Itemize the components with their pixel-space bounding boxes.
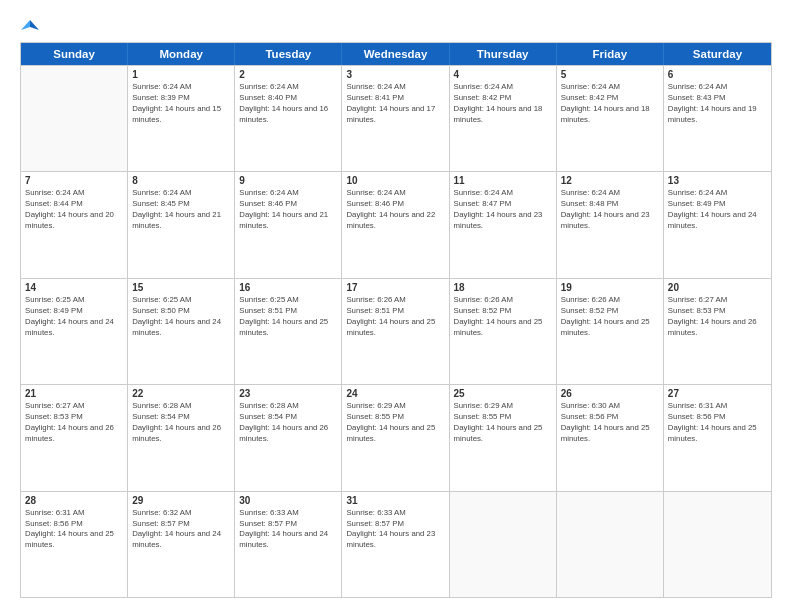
cal-cell: 31Sunrise: 6:33 AM Sunset: 8:57 PM Dayli… [342,492,449,597]
day-number: 12 [561,175,659,186]
cal-cell: 10Sunrise: 6:24 AM Sunset: 8:46 PM Dayli… [342,172,449,277]
day-detail: Sunrise: 6:27 AM Sunset: 8:53 PM Dayligh… [25,401,123,445]
cal-cell [21,66,128,171]
day-detail: Sunrise: 6:28 AM Sunset: 8:54 PM Dayligh… [132,401,230,445]
day-detail: Sunrise: 6:24 AM Sunset: 8:40 PM Dayligh… [239,82,337,126]
day-number: 11 [454,175,552,186]
day-detail: Sunrise: 6:29 AM Sunset: 8:55 PM Dayligh… [454,401,552,445]
day-number: 19 [561,282,659,293]
day-number: 6 [668,69,767,80]
day-detail: Sunrise: 6:25 AM Sunset: 8:51 PM Dayligh… [239,295,337,339]
cal-cell: 1Sunrise: 6:24 AM Sunset: 8:39 PM Daylig… [128,66,235,171]
cal-cell: 25Sunrise: 6:29 AM Sunset: 8:55 PM Dayli… [450,385,557,490]
day-number: 22 [132,388,230,399]
day-detail: Sunrise: 6:33 AM Sunset: 8:57 PM Dayligh… [239,508,337,552]
day-number: 14 [25,282,123,293]
logo-bird-icon [21,18,39,36]
cal-cell: 13Sunrise: 6:24 AM Sunset: 8:49 PM Dayli… [664,172,771,277]
day-detail: Sunrise: 6:25 AM Sunset: 8:49 PM Dayligh… [25,295,123,339]
day-number: 8 [132,175,230,186]
day-detail: Sunrise: 6:24 AM Sunset: 8:49 PM Dayligh… [668,188,767,232]
day-header-sunday: Sunday [21,43,128,65]
day-number: 26 [561,388,659,399]
day-header-saturday: Saturday [664,43,771,65]
week-row-3: 14Sunrise: 6:25 AM Sunset: 8:49 PM Dayli… [21,278,771,384]
cal-cell: 26Sunrise: 6:30 AM Sunset: 8:56 PM Dayli… [557,385,664,490]
cal-cell: 28Sunrise: 6:31 AM Sunset: 8:56 PM Dayli… [21,492,128,597]
cal-cell: 8Sunrise: 6:24 AM Sunset: 8:45 PM Daylig… [128,172,235,277]
cal-cell: 19Sunrise: 6:26 AM Sunset: 8:52 PM Dayli… [557,279,664,384]
day-number: 18 [454,282,552,293]
day-detail: Sunrise: 6:31 AM Sunset: 8:56 PM Dayligh… [25,508,123,552]
cal-cell: 17Sunrise: 6:26 AM Sunset: 8:51 PM Dayli… [342,279,449,384]
day-number: 25 [454,388,552,399]
cal-cell: 29Sunrise: 6:32 AM Sunset: 8:57 PM Dayli… [128,492,235,597]
cal-cell: 11Sunrise: 6:24 AM Sunset: 8:47 PM Dayli… [450,172,557,277]
day-detail: Sunrise: 6:29 AM Sunset: 8:55 PM Dayligh… [346,401,444,445]
day-number: 9 [239,175,337,186]
day-number: 3 [346,69,444,80]
day-detail: Sunrise: 6:32 AM Sunset: 8:57 PM Dayligh… [132,508,230,552]
day-number: 4 [454,69,552,80]
week-row-1: 1Sunrise: 6:24 AM Sunset: 8:39 PM Daylig… [21,65,771,171]
day-detail: Sunrise: 6:26 AM Sunset: 8:52 PM Dayligh… [454,295,552,339]
day-number: 21 [25,388,123,399]
day-detail: Sunrise: 6:24 AM Sunset: 8:46 PM Dayligh… [239,188,337,232]
day-detail: Sunrise: 6:24 AM Sunset: 8:42 PM Dayligh… [561,82,659,126]
day-header-tuesday: Tuesday [235,43,342,65]
day-number: 15 [132,282,230,293]
day-detail: Sunrise: 6:24 AM Sunset: 8:41 PM Dayligh… [346,82,444,126]
day-number: 13 [668,175,767,186]
day-header-thursday: Thursday [450,43,557,65]
cal-cell: 15Sunrise: 6:25 AM Sunset: 8:50 PM Dayli… [128,279,235,384]
day-number: 2 [239,69,337,80]
day-header-wednesday: Wednesday [342,43,449,65]
day-number: 28 [25,495,123,506]
cal-cell: 12Sunrise: 6:24 AM Sunset: 8:48 PM Dayli… [557,172,664,277]
cal-cell: 21Sunrise: 6:27 AM Sunset: 8:53 PM Dayli… [21,385,128,490]
day-detail: Sunrise: 6:24 AM Sunset: 8:42 PM Dayligh… [454,82,552,126]
cal-cell: 6Sunrise: 6:24 AM Sunset: 8:43 PM Daylig… [664,66,771,171]
cal-cell: 5Sunrise: 6:24 AM Sunset: 8:42 PM Daylig… [557,66,664,171]
day-detail: Sunrise: 6:24 AM Sunset: 8:45 PM Dayligh… [132,188,230,232]
day-number: 29 [132,495,230,506]
day-detail: Sunrise: 6:26 AM Sunset: 8:52 PM Dayligh… [561,295,659,339]
header [20,18,772,34]
cal-cell: 27Sunrise: 6:31 AM Sunset: 8:56 PM Dayli… [664,385,771,490]
cal-cell: 7Sunrise: 6:24 AM Sunset: 8:44 PM Daylig… [21,172,128,277]
day-detail: Sunrise: 6:24 AM Sunset: 8:39 PM Dayligh… [132,82,230,126]
cal-cell: 30Sunrise: 6:33 AM Sunset: 8:57 PM Dayli… [235,492,342,597]
cal-cell: 4Sunrise: 6:24 AM Sunset: 8:42 PM Daylig… [450,66,557,171]
cal-cell: 2Sunrise: 6:24 AM Sunset: 8:40 PM Daylig… [235,66,342,171]
day-detail: Sunrise: 6:33 AM Sunset: 8:57 PM Dayligh… [346,508,444,552]
day-number: 31 [346,495,444,506]
cal-cell: 3Sunrise: 6:24 AM Sunset: 8:41 PM Daylig… [342,66,449,171]
day-header-friday: Friday [557,43,664,65]
day-number: 1 [132,69,230,80]
day-number: 23 [239,388,337,399]
day-detail: Sunrise: 6:28 AM Sunset: 8:54 PM Dayligh… [239,401,337,445]
calendar-header: SundayMondayTuesdayWednesdayThursdayFrid… [21,43,771,65]
day-number: 24 [346,388,444,399]
day-detail: Sunrise: 6:31 AM Sunset: 8:56 PM Dayligh… [668,401,767,445]
day-number: 7 [25,175,123,186]
day-detail: Sunrise: 6:24 AM Sunset: 8:47 PM Dayligh… [454,188,552,232]
day-detail: Sunrise: 6:24 AM Sunset: 8:43 PM Dayligh… [668,82,767,126]
cal-cell: 14Sunrise: 6:25 AM Sunset: 8:49 PM Dayli… [21,279,128,384]
cal-cell [450,492,557,597]
cal-cell: 9Sunrise: 6:24 AM Sunset: 8:46 PM Daylig… [235,172,342,277]
day-detail: Sunrise: 6:24 AM Sunset: 8:44 PM Dayligh… [25,188,123,232]
cal-cell: 24Sunrise: 6:29 AM Sunset: 8:55 PM Dayli… [342,385,449,490]
cal-cell: 22Sunrise: 6:28 AM Sunset: 8:54 PM Dayli… [128,385,235,490]
day-number: 27 [668,388,767,399]
day-number: 20 [668,282,767,293]
svg-marker-1 [21,20,30,30]
calendar-body: 1Sunrise: 6:24 AM Sunset: 8:39 PM Daylig… [21,65,771,597]
day-number: 30 [239,495,337,506]
cal-cell: 18Sunrise: 6:26 AM Sunset: 8:52 PM Dayli… [450,279,557,384]
cal-cell [664,492,771,597]
cal-cell: 16Sunrise: 6:25 AM Sunset: 8:51 PM Dayli… [235,279,342,384]
day-detail: Sunrise: 6:24 AM Sunset: 8:48 PM Dayligh… [561,188,659,232]
cal-cell: 23Sunrise: 6:28 AM Sunset: 8:54 PM Dayli… [235,385,342,490]
day-detail: Sunrise: 6:25 AM Sunset: 8:50 PM Dayligh… [132,295,230,339]
